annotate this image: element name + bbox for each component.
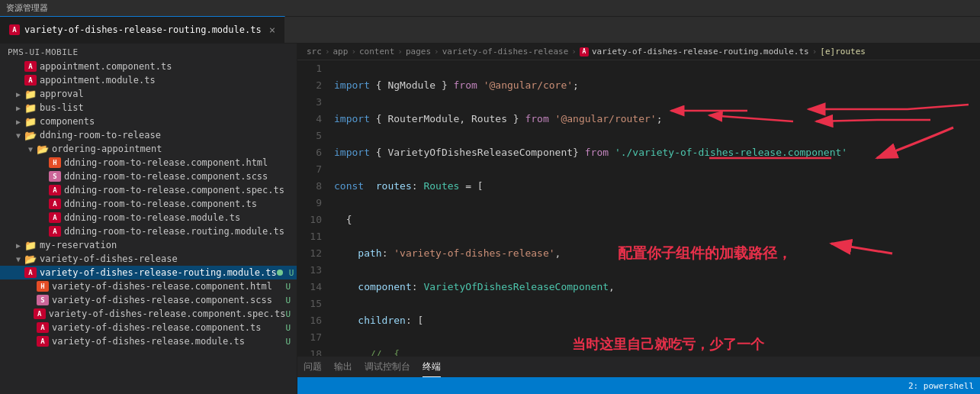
bottom-panel: 问题 输出 调试控制台 终端 bbox=[297, 356, 980, 377]
code-line-5: { bbox=[334, 212, 965, 228]
status-bar-right: 2: powershell bbox=[908, 381, 974, 391]
code-line-6: path: 'variety-of-dishes-release', bbox=[334, 245, 965, 262]
file-label: variety-of-dishes-release.component.html bbox=[52, 281, 285, 292]
status-bar: 2: powershell bbox=[297, 377, 980, 394]
folder-icon: 📁 bbox=[24, 116, 37, 127]
file-label: ddning-room-to-release.component.ts bbox=[64, 199, 257, 209]
file-label: ddning-room-to-release.component.scss bbox=[64, 171, 268, 182]
sidebar-item-ddning-html[interactable]: H ddning-room-to-release.component.html bbox=[0, 156, 297, 170]
folder-icon: 📂 bbox=[24, 130, 37, 140]
sidebar-item-variety-folder[interactable]: ▼ 📂 variety-of-dishes-release bbox=[0, 252, 297, 266]
html-icon: H bbox=[49, 157, 61, 168]
angular-icon: A bbox=[24, 75, 37, 86]
code-editor[interactable]: 12345 678910 1112131415 1617181920 2122 … bbox=[297, 60, 980, 356]
scss-icon: S bbox=[49, 171, 61, 182]
code-line-9: // { bbox=[334, 346, 965, 356]
sidebar-item-ordering-appointment[interactable]: ▼ 📂 ordering-appointment bbox=[0, 142, 297, 156]
folder-label: approval bbox=[40, 89, 84, 99]
chevron-right-icon: ▶ bbox=[12, 104, 24, 112]
sidebar-item-components[interactable]: ▶ 📁 components bbox=[0, 115, 297, 128]
sidebar-item-ddning-module[interactable]: A ddning-room-to-release.module.ts bbox=[0, 211, 297, 224]
angular-icon: A bbox=[37, 322, 49, 333]
file-label: variety-of-dishes-release.component.scss bbox=[52, 295, 285, 305]
file-label: variety-of-dishes-release.module.ts bbox=[52, 336, 285, 347]
sidebar-item-ddning-scss[interactable]: S ddning-room-to-release.component.scss bbox=[0, 170, 297, 183]
breadcrumb: src › app › content › pages › variety-of… bbox=[297, 44, 980, 60]
folder-label: ordering-appointment bbox=[52, 144, 162, 154]
folder-icon: 📁 bbox=[24, 240, 37, 250]
breadcrumb-variety-folder: variety-of-dishes-release bbox=[442, 47, 569, 57]
breadcrumb-pages: pages bbox=[406, 47, 431, 57]
folder-icon: 📁 bbox=[24, 89, 37, 99]
folder-label: variety-of-dishes-release bbox=[40, 254, 178, 264]
angular-icon: A bbox=[24, 267, 37, 278]
chevron-down-icon: ▼ bbox=[12, 131, 24, 140]
sidebar-root-label: PMS-UI-MOBILE bbox=[0, 44, 297, 60]
folder-icon: 📂 bbox=[37, 144, 49, 154]
sidebar-item-variety-spec[interactable]: A variety-of-dishes-release.component.sp… bbox=[0, 307, 297, 321]
sidebar-item-variety-scss[interactable]: S variety-of-dishes-release.component.sc… bbox=[0, 293, 297, 307]
angular-icon: A bbox=[34, 308, 46, 319]
sidebar-item-ddning-spec[interactable]: A ddning-room-to-release.component.spec.… bbox=[0, 183, 297, 197]
sidebar-item-ddning-component[interactable]: A ddning-room-to-release.component.ts bbox=[0, 197, 297, 211]
sidebar-item-appointment-component[interactable]: A appointment.component.ts bbox=[0, 60, 297, 73]
angular-icon: A bbox=[24, 61, 37, 72]
file-label: variety-of-dishes-release.component.ts bbox=[52, 322, 285, 333]
folder-icon: 📂 bbox=[24, 254, 37, 264]
code-line-7: component: VarietyOfDishesReleaseCompone… bbox=[334, 279, 965, 296]
sidebar: PMS-UI-MOBILE A appointment.component.ts… bbox=[0, 44, 297, 394]
line-numbers: 12345 678910 1112131415 1617181920 2122 bbox=[297, 60, 328, 356]
untracked-badge: U bbox=[285, 323, 291, 333]
folder-label: bus-list bbox=[40, 102, 84, 113]
untracked-badge: U bbox=[285, 309, 291, 319]
status-bar-powershell: 2: powershell bbox=[908, 381, 974, 391]
sidebar-item-variety-html[interactable]: H variety-of-dishes-release.component.ht… bbox=[0, 279, 297, 293]
panel-tab-problems[interactable]: 问题 bbox=[304, 357, 322, 376]
folder-label: ddning-room-to-release bbox=[40, 130, 161, 140]
code-line-8: children: [ bbox=[334, 312, 965, 329]
file-label: variety-of-dishes-release.component.spec… bbox=[49, 308, 286, 319]
tab-angular-icon: A bbox=[9, 24, 20, 35]
file-label: ddning-room-to-release.component.spec.ts bbox=[64, 185, 284, 195]
tab-bar: A variety-of-dishes-release-routing.modu… bbox=[0, 17, 980, 44]
panel-tab-debug-console[interactable]: 调试控制台 bbox=[365, 357, 410, 376]
panel-tab-output[interactable]: 输出 bbox=[334, 357, 352, 376]
sidebar-item-appointment-module[interactable]: A appointment.module.ts bbox=[0, 73, 297, 87]
untracked-badge: U bbox=[285, 337, 291, 347]
breadcrumb-file: variety-of-dishes-release-routing.module… bbox=[592, 47, 809, 57]
top-bar-title: 资源管理器 bbox=[6, 2, 48, 14]
tab-close-button[interactable]: × bbox=[269, 24, 275, 36]
file-label: ddning-room-to-release.routing.module.ts bbox=[64, 226, 284, 237]
breadcrumb-app: app bbox=[333, 47, 349, 57]
sidebar-item-variety-module[interactable]: A variety-of-dishes-release.module.ts U bbox=[0, 334, 297, 348]
code-line-2: import { RouterModule, Routes } from '@a… bbox=[334, 111, 965, 128]
breadcrumb-content: content bbox=[359, 47, 394, 57]
sidebar-item-variety-component[interactable]: A variety-of-dishes-release.component.ts… bbox=[0, 321, 297, 334]
breadcrumb-angular-icon: A bbox=[580, 47, 589, 57]
file-label: ddning-room-to-release.component.html bbox=[64, 157, 268, 168]
sidebar-item-my-reservation[interactable]: ▶ 📁 my-reservation bbox=[0, 238, 297, 252]
untracked-badge: U bbox=[289, 268, 294, 278]
editor-area: src › app › content › pages › variety-of… bbox=[297, 44, 980, 394]
file-label: appointment.module.ts bbox=[40, 75, 156, 86]
folder-label: components bbox=[40, 116, 95, 127]
panel-tab-terminal[interactable]: 终端 bbox=[423, 357, 441, 377]
chevron-down-icon: ▼ bbox=[12, 255, 24, 263]
untracked-badge: U bbox=[285, 296, 291, 305]
sidebar-item-approval[interactable]: ▶ 📁 approval bbox=[0, 87, 297, 101]
editor-tab[interactable]: A variety-of-dishes-release-routing.modu… bbox=[0, 16, 285, 43]
tab-label: variety-of-dishes-release-routing.module… bbox=[24, 24, 262, 35]
code-line-4: const routes: Routes = [ bbox=[334, 178, 965, 195]
angular-icon: A bbox=[49, 212, 61, 223]
folder-icon: 📁 bbox=[24, 102, 37, 113]
sidebar-item-ddning-folder[interactable]: ▼ 📂 ddning-room-to-release bbox=[0, 128, 297, 142]
sidebar-item-variety-routing[interactable]: A variety-of-dishes-release-routing.modu… bbox=[0, 266, 297, 279]
chevron-right-icon: ▶ bbox=[12, 241, 24, 250]
main-layout: PMS-UI-MOBILE A appointment.component.ts… bbox=[0, 44, 980, 394]
top-bar: 资源管理器 bbox=[0, 0, 980, 17]
angular-icon: A bbox=[49, 226, 61, 237]
angular-icon: A bbox=[37, 336, 49, 347]
sidebar-item-bus-list[interactable]: ▶ 📁 bus-list bbox=[0, 101, 297, 115]
sidebar-item-ddning-routing[interactable]: A ddning-room-to-release.routing.module.… bbox=[0, 224, 297, 238]
breadcrumb-src: src bbox=[307, 47, 322, 57]
